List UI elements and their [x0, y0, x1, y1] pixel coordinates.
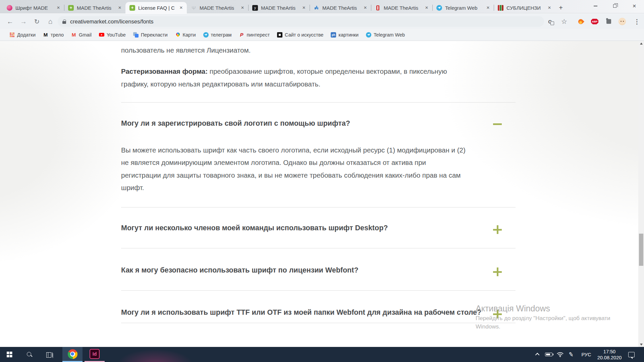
- bookmark-label: Telegram Web: [374, 32, 405, 38]
- tab-5[interactable]: MADE TheArtis: [248, 2, 310, 13]
- maximize-button[interactable]: [605, 0, 625, 12]
- bookmark-pinterest[interactable]: пинтерест: [239, 32, 270, 38]
- flame-extension-icon[interactable]: [575, 16, 586, 27]
- tab-6[interactable]: MADE TheArtis: [310, 2, 371, 13]
- bookmark-trello[interactable]: трело: [43, 32, 64, 38]
- tab-title: MADE TheArtis: [200, 5, 239, 11]
- faq-question-4[interactable]: Могу ли я использовать шрифт TTF или OTF…: [121, 308, 481, 317]
- creative-market-favicon: [68, 5, 74, 11]
- collapse-minus-icon[interactable]: [493, 120, 502, 128]
- bookmark-telegram-web[interactable]: Telegram Web: [366, 32, 405, 38]
- bookmark-star-icon[interactable]: [558, 16, 570, 27]
- tab-close-icon[interactable]: [485, 5, 491, 11]
- home-button[interactable]: [44, 15, 56, 27]
- tab-title: СУБЛИЦЕНЗИ: [506, 5, 546, 11]
- search-icon: [26, 352, 33, 358]
- bookmark-youtube[interactable]: YouTube: [99, 32, 126, 38]
- tab-title: MADE TheArtis: [261, 5, 301, 11]
- translate-icon[interactable]: [544, 16, 556, 27]
- taskbar-glow: [107, 347, 195, 362]
- page-scrollbar[interactable]: [638, 41, 644, 347]
- tab-2[interactable]: MADE TheArtis: [64, 2, 125, 13]
- tab-7[interactable]: MADE TheArtis: [371, 2, 432, 13]
- blue-splash-favicon: [314, 5, 319, 11]
- wifi-indicator[interactable]: [555, 347, 566, 362]
- raster-lead: Растеризованная форма:: [121, 67, 208, 75]
- browser-menu-icon[interactable]: [631, 16, 643, 27]
- extensions-puzzle-icon[interactable]: [603, 16, 614, 27]
- bookmark-label: трело: [51, 32, 64, 38]
- bookmark-label: Карти: [183, 32, 196, 38]
- divider: [121, 248, 516, 248]
- browser-toolbar: creativemarket.com/licenses/fonts: [0, 14, 644, 29]
- tab-close-icon[interactable]: [178, 5, 184, 11]
- pinterest-icon: [239, 32, 245, 38]
- raster-paragraph-line2: графику, которую нельзя редактировать ил…: [121, 80, 320, 88]
- tab-8[interactable]: Telegram Web: [432, 2, 494, 13]
- books-favicon: [498, 5, 503, 11]
- tab-1[interactable]: Шрифт MADE: [3, 2, 64, 13]
- back-button[interactable]: [4, 15, 16, 27]
- scrollbar-thumb[interactable]: [639, 234, 643, 266]
- divider: [121, 323, 516, 323]
- tray-expand-button[interactable]: [533, 347, 542, 362]
- new-tab-button[interactable]: [556, 3, 566, 13]
- tab-close-icon[interactable]: [55, 5, 61, 11]
- lock-icon[interactable]: [62, 19, 66, 24]
- minimize-button[interactable]: [586, 0, 605, 12]
- tab-4[interactable]: MADE TheArtis: [187, 2, 248, 13]
- profile-avatar[interactable]: [616, 16, 628, 27]
- tab-9[interactable]: СУБЛИЦЕНЗИ: [494, 2, 555, 13]
- faq-question-2[interactable]: Могут ли несколько членов моей команды и…: [121, 224, 388, 232]
- expand-plus-icon[interactable]: [493, 267, 502, 276]
- language-indicator[interactable]: РУС: [578, 347, 595, 362]
- bookmark-label: телеграм: [211, 32, 232, 38]
- taskbar-search-button[interactable]: [21, 347, 38, 362]
- battery-indicator[interactable]: [543, 347, 554, 362]
- taskbar-indesign-button[interactable]: Id: [85, 347, 105, 362]
- tab-close-icon[interactable]: [424, 5, 430, 11]
- pen-indicator[interactable]: [566, 347, 576, 362]
- start-button[interactable]: [1, 347, 17, 362]
- bookmark-gmail[interactable]: Gmail: [71, 32, 92, 38]
- windows-logo-icon: [7, 352, 12, 357]
- red-flag-favicon: [375, 5, 381, 11]
- restore-icon: [613, 4, 616, 8]
- reload-button[interactable]: [31, 15, 43, 27]
- tab-title: MADE TheArtis: [322, 5, 362, 11]
- close-button[interactable]: [625, 0, 644, 12]
- action-center-button[interactable]: [625, 347, 638, 362]
- tab-close-icon[interactable]: [301, 5, 307, 11]
- faq-question-3[interactable]: Как я могу безопасно использовать шрифт …: [121, 266, 359, 275]
- scroll-up-arrow[interactable]: [638, 41, 644, 46]
- expand-plus-icon[interactable]: [493, 225, 502, 234]
- answer-line: регистрации для защиты товарного знака, …: [121, 171, 461, 179]
- raster-rest: преобразование шрифтов, которые определе…: [208, 67, 447, 75]
- taskbar-chrome-button[interactable]: [62, 347, 83, 362]
- tab-close-icon[interactable]: [362, 5, 368, 11]
- art-site-icon: [277, 32, 282, 38]
- scroll-down-arrow[interactable]: [638, 342, 644, 347]
- tab-title: Telegram Web: [445, 5, 485, 11]
- browser-tabstrip: Шрифт MADE MADE TheArtis License FAQ | C…: [0, 0, 644, 13]
- tab-title: MADE TheArtis: [384, 5, 424, 11]
- task-view-button[interactable]: [42, 347, 58, 362]
- faq-question-1[interactable]: Могу ли я зарегистрировать свой логотип …: [121, 119, 350, 128]
- bookmark-label: Перекласти: [141, 32, 168, 38]
- bookmark-photos[interactable]: картинки: [331, 32, 359, 38]
- bookmark-translate[interactable]: Перекласти: [133, 32, 168, 38]
- forward-button[interactable]: [17, 15, 30, 27]
- tab-close-icon[interactable]: [239, 5, 246, 11]
- clock[interactable]: 17:50 20.08.2020: [595, 347, 624, 362]
- windows-activation-watermark-title: Активація Windows: [476, 304, 550, 313]
- bookmark-art-site[interactable]: Сайт о искусстве: [277, 32, 323, 38]
- tab-close-icon[interactable]: [117, 5, 123, 11]
- tab-3-active[interactable]: License FAQ | C: [125, 2, 187, 13]
- tab-close-icon[interactable]: [546, 5, 552, 11]
- address-bar[interactable]: creativemarket.com/licenses/fonts: [58, 16, 544, 27]
- bookmark-apps[interactable]: Додатки: [9, 32, 36, 38]
- adblock-extension-icon[interactable]: [589, 16, 600, 27]
- windows-taskbar: Id РУС 17:50 20.08.2020: [0, 347, 644, 362]
- bookmark-maps[interactable]: Карти: [175, 32, 196, 38]
- bookmark-telegram[interactable]: телеграм: [203, 32, 232, 38]
